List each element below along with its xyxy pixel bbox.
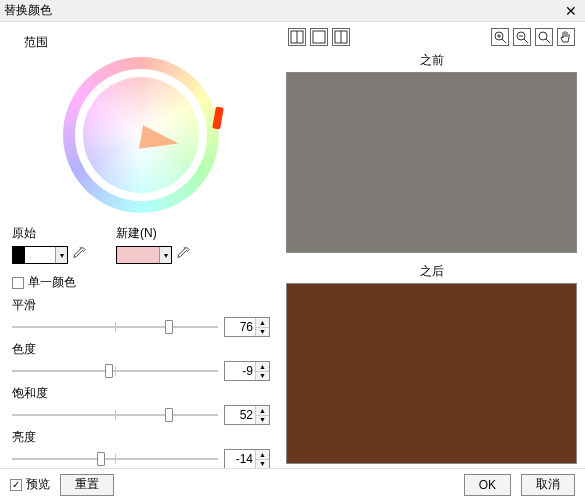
cancel-button[interactable]: 取消 [521,474,575,496]
saturation-thumb[interactable] [165,408,173,422]
lightness-slider[interactable] [12,451,218,467]
single-color-label: 单一颜色 [28,274,76,291]
lightness-up[interactable]: ▲ [256,450,269,460]
ok-button[interactable]: OK [464,474,511,496]
smooth-down[interactable]: ▼ [256,328,269,337]
lightness-label: 亮度 [12,429,270,446]
sliders: 平滑 ▲▼ 色度 [12,297,270,473]
left-panel: 范围 原始 ▾ 新建(N) [0,22,282,468]
close-button[interactable]: ✕ [561,3,581,19]
window-title: 替换颜色 [4,2,561,19]
smooth-label: 平滑 [12,297,270,314]
hue-thumb[interactable] [105,364,113,378]
footer: ✓ 预览 重置 OK 取消 [0,468,585,500]
swatch-dropdown-icon[interactable]: ▾ [55,247,67,263]
hue-label: 色度 [12,341,270,358]
before-label: 之前 [286,52,577,69]
svg-line-6 [502,39,506,43]
zoom-in-button[interactable] [491,28,509,46]
preview-toolbar [286,28,577,46]
new-label: 新建(N) [116,225,190,242]
hue-down[interactable]: ▼ [256,372,269,381]
preview-checkbox[interactable]: ✓ [10,479,22,491]
lightness-input[interactable] [225,450,255,468]
swatch-row: 原始 ▾ 新建(N) ▾ [12,225,270,264]
color-wheel[interactable] [63,57,219,213]
after-label: 之后 [286,263,577,280]
layout-split-h-button[interactable] [332,28,350,46]
hue-up[interactable]: ▲ [256,362,269,372]
new-swatch[interactable]: ▾ [116,246,172,264]
original-label: 原始 [12,225,86,242]
preview-after[interactable] [286,283,577,464]
hue-input[interactable] [225,362,255,380]
content: 范围 原始 ▾ 新建(N) [0,22,585,468]
titlebar: 替换颜色 ✕ [0,0,585,22]
eyedropper-icon [72,247,86,261]
saturation-label: 饱和度 [12,385,270,402]
saturation-up[interactable]: ▲ [256,406,269,416]
smooth-thumb[interactable] [165,320,173,334]
svg-rect-2 [313,31,325,43]
swatch-dropdown-icon[interactable]: ▾ [159,247,171,263]
saturation-slider[interactable] [12,407,218,423]
layout-single-button[interactable] [310,28,328,46]
svg-point-12 [539,32,547,40]
layout-split-v-button[interactable] [288,28,306,46]
saturation-input[interactable] [225,406,255,424]
lightness-down[interactable]: ▼ [256,460,269,469]
preview-before[interactable] [286,72,577,253]
single-color-checkbox[interactable] [12,277,24,289]
smooth-slider[interactable] [12,319,218,335]
smooth-input[interactable] [225,318,255,336]
zoom-out-button[interactable] [513,28,531,46]
eyedropper-new[interactable] [176,247,190,264]
eyedropper-original[interactable] [72,247,86,264]
single-color-row: 单一颜色 [12,274,270,291]
zoom-fit-button[interactable] [535,28,553,46]
svg-line-10 [524,39,528,43]
saturation-down[interactable]: ▼ [256,416,269,425]
pan-button[interactable] [557,28,575,46]
eyedropper-icon [176,247,190,261]
right-panel: 之前 之后 [282,22,585,468]
hue-slider[interactable] [12,363,218,379]
range-label: 范围 [24,34,270,51]
svg-line-13 [546,39,550,43]
original-swatch[interactable]: ▾ [12,246,68,264]
preview-checkbox-label: 预览 [26,476,50,493]
reset-button[interactable]: 重置 [60,474,114,496]
lightness-thumb[interactable] [97,452,105,466]
color-wheel-container [12,57,270,213]
smooth-up[interactable]: ▲ [256,318,269,328]
